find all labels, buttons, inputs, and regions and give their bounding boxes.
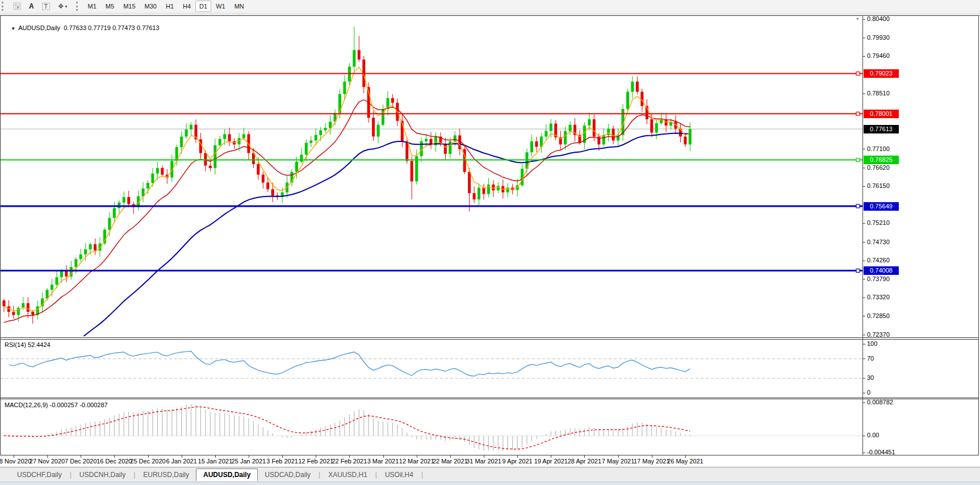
date-label: 6 Jan 2021 [166,458,196,465]
candle-body [689,129,692,144]
candle-body [315,135,317,141]
chart-canvas [0,0,980,485]
date-label: 12 Feb 2021 [298,458,333,465]
candle-body [55,277,58,285]
line-handle[interactable] [856,204,860,208]
candle-body [123,197,125,203]
candle-body [257,164,259,175]
rsi-line [9,352,690,377]
candle-body [228,134,231,141]
date-label: 25 Jan 2021 [232,458,266,465]
macd-histogram [4,404,690,451]
tab-usoil[interactable]: USOil,H4 [378,469,420,480]
candle-body [454,135,457,141]
candle-body [329,122,332,128]
date-label: 15 Jan 2021 [198,458,233,465]
tab-xauusd[interactable]: XAUUSD,H1 [321,469,374,480]
candle-body [319,130,322,135]
candle-body [631,82,634,92]
candle-body [372,118,375,136]
candle-body [185,129,188,137]
candle-body [262,175,265,183]
candle-body [564,131,567,145]
rsi-axis-label: 70 [867,355,874,362]
price-axis-label: 0.73320 [867,294,890,300]
status-bar [0,482,980,485]
ohlc-open: 0.77633 [64,24,86,31]
ohlc-high: 0.77719 [88,24,111,31]
price-axis-label: 0.76620 [867,164,890,171]
ma-mid-line [4,100,690,323]
line-handle[interactable] [856,269,860,273]
candle-body [295,162,298,172]
line-handle[interactable] [856,158,860,162]
price-axis-label: 0.74260 [867,257,890,264]
candle-body [51,285,53,290]
date-label: 22 Feb 2021 [332,458,367,465]
candle-body [79,254,82,259]
candle-body [550,124,552,131]
macd-axis-label: 0.008782 [867,399,893,405]
tab-separator: | [420,471,424,479]
candle-body [468,172,471,193]
price-axis-label: 0.74730 [867,239,890,245]
tab-usdchf[interactable]: USDCHF,Daily [10,469,69,480]
date-label: 12 Mar 2021 [399,458,434,465]
price-level-badge: 0.75649 [864,202,899,211]
date-label: 19 Apr 2021 [534,458,568,465]
candle-body [324,128,327,130]
candle-body [242,134,245,138]
date-label: 25 Dec 2020 [130,458,165,465]
candle-body [209,166,212,168]
candle-body [483,187,485,194]
candle-body [626,92,629,109]
candle-body [338,94,341,113]
candle-body [199,139,202,153]
candle-body [146,183,149,189]
candle-body [391,98,394,103]
mt4-window: F A T ❖ ▾ M1M5M15M30H1H4D1W1MN ▼AUDUSD,D… [0,0,980,485]
candle-body [219,139,221,145]
date-label: 17 May 2021 [634,458,670,465]
candle-body [545,131,547,137]
tab-usdcnh[interactable]: USDCNH,Daily [73,469,132,480]
date-label: 28 Apr 2021 [568,458,601,465]
candle-body [151,174,154,183]
date-label: 16 Dec 2020 [97,458,132,465]
candle-body [535,141,538,147]
tab-eurusd[interactable]: EURUSD,Daily [136,469,196,480]
price-level-badge: 0.74008 [864,266,899,275]
candles-layer [3,27,692,324]
line-handle[interactable] [856,72,860,76]
chart-tab-bar: USDCHF,Daily|USDCNH,Daily|EURUSD,DailyAU… [0,467,980,482]
candle-body [108,218,111,230]
tab-separator: | [69,471,73,479]
tab-audusd[interactable]: AUDUSD,Daily [196,469,258,481]
candle-body [411,161,413,181]
chart-shift-marker-icon[interactable]: ▾ [856,16,859,22]
rsi-axis-label: 100 [867,340,877,347]
price-axis-label: 0.76150 [867,182,890,189]
price-level-badge: 0.78001 [864,110,899,118]
candle-body [266,182,269,189]
candle-body [46,290,49,298]
candle-body [305,143,308,155]
line-handle[interactable] [856,112,860,115]
candle-body [127,197,130,204]
candle-body [588,119,590,126]
ohlc-close: 0.77613 [137,24,160,31]
candle-body [190,125,192,129]
candle-body [223,134,226,139]
date-label: 7 Dec 2020 [65,458,97,465]
price-axis-label: 0.72370 [867,331,890,338]
price-axis-label: 0.79460 [867,52,890,59]
candle-body [650,119,653,133]
price-level-badge: 0.79023 [864,69,899,78]
current-price-badge: 0.77613 [864,125,899,133]
tab-usdcad[interactable]: USDCAD,Daily [258,469,317,480]
candle-body [593,119,596,136]
candle-body [405,141,408,161]
candle-body [94,244,97,250]
candle-body [271,189,274,195]
date-label: 9 Apr 2021 [502,458,532,465]
